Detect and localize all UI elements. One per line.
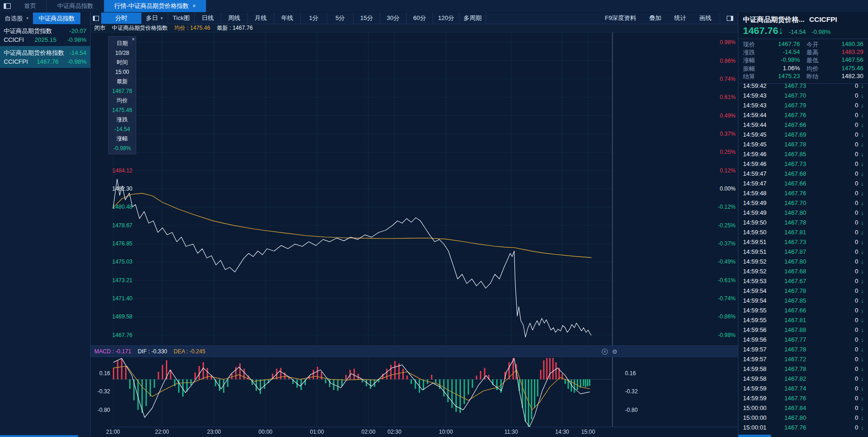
period-button-多日[interactable]: 多日▼ <box>142 13 168 24</box>
time-axis-label: 02:00 <box>362 429 375 435</box>
period-button-日线[interactable]: 日线 <box>195 13 221 24</box>
tick-row[interactable]: 14:59:471467.660↓ <box>738 179 868 188</box>
tick-row[interactable]: 14:59:521467.800↓ <box>738 257 868 266</box>
watchlist-item[interactable]: 中证商品期货价格指数-14.54CCICFPI1467.76-0.98% <box>0 46 90 68</box>
tick-volume: 0 <box>844 102 858 109</box>
tick-down-arrow-icon: ↓ <box>858 356 864 363</box>
tick-row[interactable]: 14:59:451467.780↓ <box>738 139 868 149</box>
macd-axis-label-right: -0.32 <box>625 388 638 395</box>
period-button-年线[interactable]: 年线 <box>274 13 301 24</box>
tick-row[interactable]: 14:59:441467.760↓ <box>738 110 868 120</box>
tool-button-画线[interactable]: 画线 <box>693 13 718 24</box>
tick-time: 14:59:58 <box>743 375 779 382</box>
crosshair-tooltip: × 日期10/28时间15:00最新1467.76均价1475.46涨跌-14.… <box>108 36 136 154</box>
tick-price: 1467.76 <box>779 112 844 119</box>
tick-row[interactable]: 14:59:501467.810↓ <box>738 227 868 237</box>
panel-toggle-right-icon[interactable] <box>722 13 738 24</box>
tick-row[interactable]: 15:00:011467.760↓ <box>738 423 868 432</box>
tick-volume: 0 <box>844 141 858 148</box>
period-button-多周期[interactable]: 多周期 <box>460 13 486 24</box>
period-button-1分[interactable]: 1分 <box>301 13 327 24</box>
app-tab-1[interactable]: 首页 <box>14 0 47 12</box>
tick-row[interactable]: 14:59:521467.680↓ <box>738 266 868 276</box>
tooltip-close-icon[interactable]: × <box>132 37 135 42</box>
quote-stat-value: 1482.30 <box>842 73 863 81</box>
tick-row[interactable]: 14:59:551467.660↓ <box>738 305 868 315</box>
tick-time: 14:59:52 <box>743 268 779 275</box>
tick-volume: 0 <box>844 356 858 363</box>
tick-row[interactable]: 14:59:551467.810↓ <box>738 315 868 325</box>
tick-row[interactable]: 14:59:591467.740↓ <box>738 384 868 393</box>
tick-row[interactable]: 14:59:461467.850↓ <box>738 149 868 159</box>
period-button-5分[interactable]: 5分 <box>327 13 354 24</box>
tick-row[interactable]: 14:59:501467.780↓ <box>738 218 868 227</box>
quote-price-row: 1467.76↓ -14.54 -0.98% <box>738 24 868 36</box>
tab-close-icon[interactable]: × <box>192 3 196 9</box>
period-button-label: 15分 <box>360 14 373 22</box>
sidebar-scrollbar[interactable] <box>0 435 78 437</box>
tick-price: 1467.79 <box>779 102 844 109</box>
tool-button-统计[interactable]: 统计 <box>668 13 693 24</box>
watchlist-group-dropdown[interactable]: 自选股 ▼ <box>0 14 33 23</box>
tick-row[interactable]: 14:59:451467.690↓ <box>738 130 868 139</box>
quote-stat-value: 1475.46 <box>842 65 863 73</box>
tick-row[interactable]: 15:00:001467.840↓ <box>738 403 868 413</box>
window-restore-icon[interactable] <box>0 0 14 12</box>
tick-volume: 0 <box>844 297 858 304</box>
tick-row[interactable]: 14:59:491467.700↓ <box>738 198 868 208</box>
tool-button-F9深度资料[interactable]: F9深度资料 <box>598 13 643 24</box>
period-button-label: 120分 <box>438 14 454 22</box>
quote-panel-scrollbar[interactable] <box>738 435 771 437</box>
tick-row[interactable]: 14:59:591467.760↓ <box>738 393 868 403</box>
tick-row[interactable]: 14:59:511467.870↓ <box>738 247 868 257</box>
tick-row[interactable]: 14:59:471467.680↓ <box>738 169 868 179</box>
app-tab-2[interactable]: 中证商品指数 <box>47 0 104 12</box>
macd-axis-label-left: 0.16 <box>91 370 110 377</box>
tooltip-row: 涨幅 <box>109 134 136 144</box>
tick-time: 14:59:47 <box>743 170 779 177</box>
tick-row[interactable]: 14:59:431467.700↓ <box>738 91 868 100</box>
period-button-分时[interactable]: 分时 <box>101 13 142 24</box>
tick-row[interactable]: 14:59:531467.670↓ <box>738 276 868 286</box>
period-button-月线[interactable]: 月线 <box>248 13 274 24</box>
tick-price: 1467.85 <box>779 151 844 158</box>
tick-row[interactable]: 14:59:481467.760↓ <box>738 188 868 198</box>
tick-row[interactable]: 14:59:491467.800↓ <box>738 208 868 218</box>
tick-row[interactable]: 14:59:441467.660↓ <box>738 120 868 130</box>
time-sales-list[interactable]: 14:59:421467.730↓14:59:431467.700↓14:59:… <box>738 81 868 434</box>
app-tab-3[interactable]: 行情-中证商品期货价格指数× <box>104 0 206 12</box>
indicator-close-icon[interactable]: × <box>602 349 608 355</box>
indicator-settings-gear-icon[interactable]: ⚙ <box>612 348 618 355</box>
instrument-name: 中证商品期货价格指数 <box>112 24 168 32</box>
watchlist-tab-active[interactable]: 中证商品指数 <box>33 13 80 24</box>
percent-axis-label: -0.12% <box>708 204 736 210</box>
macd-axis-label-left: -0.80 <box>91 407 110 413</box>
tick-row[interactable]: 14:59:571467.720↓ <box>738 354 868 364</box>
tick-row[interactable]: 14:59:421467.730↓ <box>738 81 868 91</box>
period-button-60分[interactable]: 60分 <box>407 13 433 24</box>
period-button-周线[interactable]: 周线 <box>221 13 248 24</box>
quote-stat-label: 昨结 <box>807 73 819 81</box>
tool-button-叠加[interactable]: 叠加 <box>643 13 668 24</box>
watchlist-item[interactable]: 中证商品期货指数-20.07CCICFI2025.15-0.98% <box>0 24 90 46</box>
macd-axis-label-right: 0.16 <box>625 370 636 377</box>
tick-row[interactable]: 14:59:581467.780↓ <box>738 364 868 374</box>
tick-row[interactable]: 14:59:511467.730↓ <box>738 237 868 247</box>
tick-row[interactable]: 14:59:571467.780↓ <box>738 344 868 354</box>
tick-row[interactable]: 14:59:541467.850↓ <box>738 296 868 305</box>
period-button-Tick图[interactable]: Tick图 <box>168 13 195 24</box>
tick-row[interactable]: 14:59:581467.820↓ <box>738 374 868 384</box>
tick-row[interactable]: 14:59:431467.790↓ <box>738 100 868 110</box>
tick-time: 14:59:59 <box>743 385 779 392</box>
tick-row[interactable]: 14:59:461467.730↓ <box>738 159 868 169</box>
tick-row[interactable]: 15:00:001467.800↓ <box>738 413 868 423</box>
period-button-120分[interactable]: 120分 <box>433 13 460 24</box>
panel-toggle-left-icon[interactable] <box>91 13 101 24</box>
chart-toolbar: 分时多日▼Tick图日线周线月线年线1分5分15分30分60分120分多周期 F… <box>91 13 738 24</box>
period-button-30分[interactable]: 30分 <box>380 13 407 24</box>
tick-row[interactable]: 14:59:561467.880↓ <box>738 325 868 335</box>
tick-row[interactable]: 14:59:541467.780↓ <box>738 286 868 296</box>
tick-row[interactable]: 14:59:561467.770↓ <box>738 335 868 344</box>
chart-canvas[interactable]: × 日期10/28时间15:00最新1467.76均价1475.46涨跌-14.… <box>91 33 738 437</box>
period-button-15分[interactable]: 15分 <box>354 13 380 24</box>
